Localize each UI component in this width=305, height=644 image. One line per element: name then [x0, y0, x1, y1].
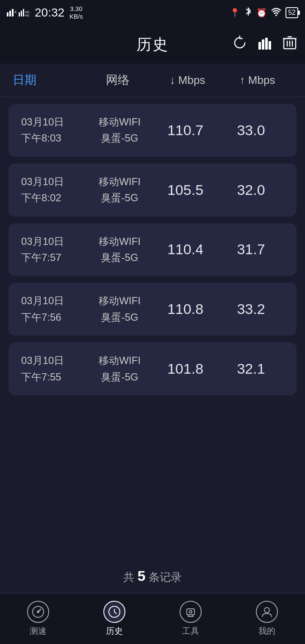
svg-point-29 [264, 608, 269, 613]
page-title: 历史 [136, 34, 169, 55]
delete-button[interactable] [283, 35, 297, 54]
svg-text:4G: 4G [14, 10, 16, 14]
record-up-0: 33.0 [218, 122, 284, 139]
col-header-date[interactable]: 日期 [13, 72, 83, 88]
svg-text:4G: 4G [25, 10, 30, 14]
record-row[interactable]: 03月10日 下午8:03 移动WIFI 臭蛋-5G 110.7 33.0 [8, 104, 297, 157]
col-header-network: 网络 [83, 72, 152, 88]
signal-4ghd-icon: 4G HD [19, 7, 30, 19]
record-network-4: 移动WIFI 臭蛋-5G [87, 353, 152, 385]
bluetooth-icon [244, 7, 252, 19]
record-down-0: 110.7 [152, 122, 218, 139]
record-up-2: 31.7 [218, 241, 284, 258]
footer-prefix: 共 [123, 571, 134, 583]
record-date-0: 03月10日 下午8:03 [21, 114, 87, 147]
alarm-icon: ⏰ [256, 8, 267, 18]
record-network-3: 移动WIFI 臭蛋-5G [87, 293, 152, 325]
status-bar: 4G 4G HD 20:32 3.30 KB/s 📍 ⏰ [0, 0, 305, 25]
status-speed: 3.30 KB/s [69, 5, 83, 20]
location-icon: 📍 [230, 8, 240, 18]
record-down-4: 101.8 [152, 361, 218, 377]
status-left: 4G 4G HD 20:32 3.30 KB/s [7, 5, 83, 20]
records-list: 03月10日 下午8:03 移动WIFI 臭蛋-5G 110.7 33.0 03… [0, 97, 305, 559]
nav-item-speedtest[interactable]: 测速 [0, 601, 76, 637]
svg-text:HD: HD [25, 14, 29, 17]
speedtest-nav-label: 测速 [30, 625, 47, 637]
bottom-nav: 测速 历史 工具 我的 [0, 593, 305, 644]
record-up-1: 32.0 [218, 182, 284, 198]
record-date-4: 03月10日 下午7:55 [21, 353, 87, 385]
record-up-3: 33.2 [218, 301, 284, 317]
svg-rect-12 [262, 39, 264, 50]
record-network-2: 移动WIFI 臭蛋-5G [87, 233, 152, 266]
svg-rect-2 [12, 9, 14, 17]
footer-suffix: 条记录 [149, 571, 182, 583]
record-down-1: 105.5 [152, 182, 218, 198]
svg-rect-14 [269, 41, 271, 50]
svg-rect-6 [23, 9, 24, 17]
svg-rect-11 [258, 42, 261, 50]
chart-button[interactable] [258, 35, 273, 54]
record-up-4: 32.1 [218, 361, 284, 377]
svg-point-10 [275, 14, 277, 16]
svg-rect-1 [9, 11, 11, 17]
record-row[interactable]: 03月10日 下午7:57 移动WIFI 臭蛋-5G 110.4 31.7 [8, 223, 297, 276]
title-bar: 历史 [0, 25, 305, 64]
history-nav-label: 历史 [106, 625, 123, 637]
col-header-up: ↑ Mbps [222, 74, 292, 87]
svg-point-28 [189, 611, 192, 613]
record-down-2: 110.4 [152, 241, 218, 258]
record-row[interactable]: 03月10日 下午7:56 移动WIFI 臭蛋-5G 110.8 33.2 [8, 283, 297, 336]
svg-rect-24 [187, 609, 194, 615]
refresh-button[interactable] [232, 35, 247, 54]
svg-rect-4 [19, 12, 20, 17]
nav-item-tools[interactable]: 工具 [152, 601, 229, 637]
mine-nav-label: 我的 [258, 625, 275, 637]
record-row[interactable]: 03月10日 下午7:55 移动WIFI 臭蛋-5G 101.8 32.1 [8, 342, 297, 395]
tools-nav-icon [180, 601, 202, 623]
footer-count-num: 5 [138, 568, 146, 584]
col-header-down: ↓ Mbps [152, 74, 222, 87]
wifi-icon [271, 8, 281, 18]
svg-rect-13 [265, 38, 268, 50]
tools-nav-label: 工具 [182, 625, 199, 637]
record-row[interactable]: 03月10日 下午8:02 移动WIFI 臭蛋-5G 105.5 32.0 [8, 164, 297, 217]
signal-4g-icon: 4G [7, 7, 16, 19]
speedtest-nav-icon [27, 601, 49, 623]
column-headers: 日期 网络 ↓ Mbps ↑ Mbps [0, 64, 305, 97]
record-down-3: 110.8 [152, 301, 218, 317]
record-date-1: 03月10日 下午8:02 [21, 174, 87, 206]
status-time: 20:32 [35, 6, 64, 19]
footer-count: 共 5 条记录 [0, 559, 305, 593]
record-date-2: 03月10日 下午7:57 [21, 233, 87, 266]
battery-icon: 52 [286, 7, 298, 18]
svg-rect-5 [21, 11, 22, 17]
nav-item-mine[interactable]: 我的 [229, 601, 305, 637]
svg-point-22 [37, 611, 39, 613]
svg-rect-0 [7, 12, 8, 17]
nav-item-history[interactable]: 历史 [76, 601, 152, 637]
record-network-1: 移动WIFI 臭蛋-5G [87, 174, 152, 206]
mine-nav-icon [256, 601, 278, 623]
record-date-3: 03月10日 下午7:56 [21, 293, 87, 325]
status-right: 📍 ⏰ 52 [230, 7, 298, 19]
history-nav-icon [103, 601, 125, 623]
record-network-0: 移动WIFI 臭蛋-5G [87, 114, 152, 147]
title-actions [232, 35, 297, 54]
